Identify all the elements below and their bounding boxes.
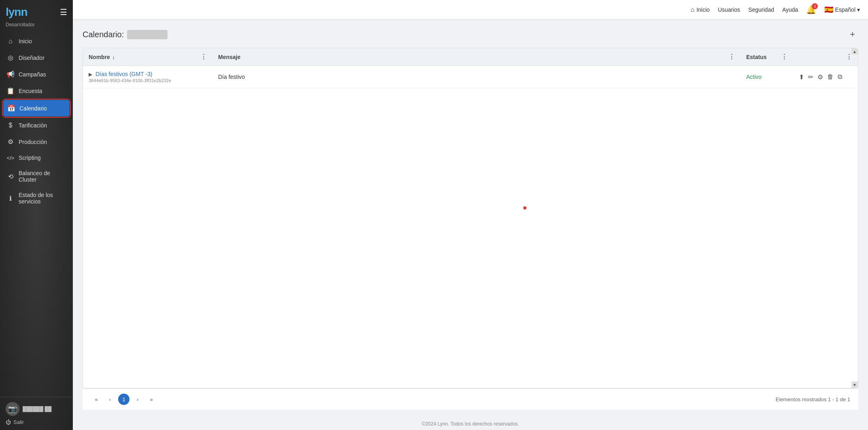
cell-mensaje: Día festivo bbox=[212, 66, 741, 88]
sidebar-item-label: Campañas bbox=[19, 71, 46, 78]
col-header-mensaje: Mensaje ⋮ bbox=[212, 48, 741, 66]
hamburger-button[interactable]: ☰ bbox=[60, 7, 67, 17]
topnav-security-label: Seguridad bbox=[748, 6, 774, 13]
add-button[interactable]: + bbox=[847, 28, 858, 41]
status-badge: Activo bbox=[746, 74, 762, 80]
col-nombre-label: Nombre bbox=[89, 54, 110, 60]
action-icons: ⬆ ✏ ⚙ 🗑 ⧉ bbox=[799, 73, 852, 81]
pagination: « ‹ 1 › » Elementos mostrados 1 - 1 de 1 bbox=[83, 388, 858, 410]
scrollbar-down-arrow[interactable]: ▼ bbox=[851, 381, 858, 388]
sidebar: lynn ☰ Desarrollador ⌂ Inicio ◎ Diseñado… bbox=[0, 0, 73, 430]
sidebar-item-campanas[interactable]: 📢 Campañas bbox=[0, 66, 73, 83]
sidebar-item-label: Balanceo de Cluster bbox=[19, 170, 66, 183]
sidebar-item-disenador[interactable]: ◎ Diseñador bbox=[0, 49, 73, 66]
topnav-users-label: Usuarios bbox=[718, 6, 740, 13]
settings-action-icon[interactable]: ⚙ bbox=[817, 73, 823, 81]
sidebar-user: 📷 ██████ ██ bbox=[6, 402, 67, 416]
sidebar-item-produccion[interactable]: ⚙ Producción bbox=[0, 133, 73, 150]
calendar-icon: 📅 bbox=[7, 104, 15, 112]
row-expand-icon[interactable]: ▶ bbox=[89, 72, 92, 77]
sidebar-item-encuesta[interactable]: 📋 Encuesta bbox=[0, 83, 73, 99]
col-estatus-menu-icon[interactable]: ⋮ bbox=[781, 53, 787, 61]
topnav-home[interactable]: ⌂ Inicio bbox=[691, 6, 710, 13]
sidebar-bottom: 📷 ██████ ██ ⏻ Salir bbox=[0, 397, 73, 430]
col-nombre-menu-icon[interactable]: ⋮ bbox=[200, 53, 207, 61]
sidebar-item-balanceo[interactable]: ⟲ Balanceo de Cluster bbox=[0, 165, 73, 187]
topnav: ⌂ Inicio Usuarios Seguridad Ayuda 🔔 1 🇪🇸… bbox=[73, 0, 868, 19]
notification-button[interactable]: 🔔 1 bbox=[806, 5, 816, 15]
entry-name[interactable]: Días festivos (GMT -3) bbox=[96, 71, 153, 77]
table-row: ▶ Días festivos (GMT -3) 3844e81b-9583-4… bbox=[83, 66, 858, 88]
sidebar-header: lynn ☰ bbox=[0, 0, 73, 22]
main-content: ⌂ Inicio Usuarios Seguridad Ayuda 🔔 1 🇪🇸… bbox=[73, 0, 868, 430]
logout-icon: ⏻ bbox=[6, 419, 11, 425]
language-selector[interactable]: 🇪🇸 Español ▾ bbox=[824, 5, 860, 14]
data-table: Nombre ↓ ⋮ Mensaje ⋮ bbox=[83, 48, 858, 88]
sidebar-nav: ⌂ Inicio ◎ Diseñador 📢 Campañas 📋 Encues… bbox=[0, 33, 73, 397]
content-area: Calendario: ███████ + ▲ Nombre ↓ ⋮ bbox=[73, 19, 868, 418]
topnav-help[interactable]: Ayuda bbox=[782, 6, 798, 13]
logout-label: Salir bbox=[13, 419, 24, 425]
sidebar-item-estado[interactable]: ℹ Estado de los servicios bbox=[0, 187, 73, 209]
edit-action-icon[interactable]: ✏ bbox=[808, 73, 813, 81]
pagination-info: Elementos mostrados 1 - 1 de 1 bbox=[776, 396, 850, 402]
pagination-last-button[interactable]: » bbox=[146, 394, 157, 405]
table-header-row: Nombre ↓ ⋮ Mensaje ⋮ bbox=[83, 48, 858, 66]
camera-icon: 📷 bbox=[8, 405, 17, 413]
footer: ©2024 Lynn. Todos los derechos reservado… bbox=[73, 418, 868, 430]
sidebar-username: ██████ ██ bbox=[23, 406, 51, 412]
footer-text: ©2024 Lynn. Todos los derechos reservado… bbox=[422, 421, 519, 427]
lang-arrow-icon: ▾ bbox=[857, 6, 860, 13]
delete-action-icon[interactable]: 🗑 bbox=[827, 73, 834, 80]
sidebar-item-scripting[interactable]: </> Scripting bbox=[0, 150, 73, 165]
col-mensaje-label: Mensaje bbox=[218, 54, 240, 60]
production-icon: ⚙ bbox=[6, 138, 15, 146]
sidebar-item-label: Tarificación bbox=[19, 122, 47, 129]
sidebar-item-label: Inicio bbox=[19, 38, 32, 44]
logout-button[interactable]: ⏻ Salir bbox=[6, 419, 67, 425]
avatar: 📷 bbox=[6, 402, 19, 416]
col-actions-menu-icon[interactable]: ⋮ bbox=[846, 53, 852, 61]
pagination-prev-button[interactable]: ‹ bbox=[104, 394, 116, 405]
sidebar-item-label: Estado de los servicios bbox=[19, 192, 66, 205]
sidebar-item-label: Producción bbox=[19, 139, 47, 145]
pagination-first-button[interactable]: « bbox=[91, 394, 102, 405]
col-header-nombre: Nombre ↓ ⋮ bbox=[83, 48, 212, 66]
cell-estatus: Activo bbox=[741, 66, 793, 88]
sidebar-item-calendario[interactable]: 📅 Calendario bbox=[3, 100, 70, 117]
topnav-security[interactable]: Seguridad bbox=[748, 6, 774, 13]
page-title-prefix: Calendario: bbox=[83, 30, 124, 39]
notification-badge: 1 bbox=[812, 3, 818, 9]
designer-icon: ◎ bbox=[6, 54, 15, 61]
home-icon: ⌂ bbox=[6, 38, 15, 45]
sidebar-logo: lynn bbox=[6, 6, 28, 18]
upload-action-icon[interactable]: ⬆ bbox=[799, 73, 804, 81]
pricing-icon: $ bbox=[6, 122, 15, 129]
sidebar-item-inicio[interactable]: ⌂ Inicio bbox=[0, 33, 73, 49]
entry-mensaje: Día festivo bbox=[218, 74, 245, 80]
col-mensaje-menu-icon[interactable]: ⋮ bbox=[728, 53, 735, 61]
col-header-estatus: Estatus ⋮ bbox=[741, 48, 793, 66]
page-header: Calendario: ███████ + bbox=[83, 28, 858, 41]
cluster-icon: ⟲ bbox=[6, 173, 15, 180]
topnav-help-label: Ayuda bbox=[782, 6, 798, 13]
sort-icon[interactable]: ↓ bbox=[112, 54, 115, 60]
cell-nombre: ▶ Días festivos (GMT -3) 3844e81b-9583-4… bbox=[83, 66, 212, 88]
topnav-users[interactable]: Usuarios bbox=[718, 6, 740, 13]
cell-actions: ⬆ ✏ ⚙ 🗑 ⧉ bbox=[793, 66, 858, 88]
lang-label: Español bbox=[835, 6, 855, 13]
copy-action-icon[interactable]: ⧉ bbox=[838, 73, 842, 80]
sidebar-subtitle: Desarrollador bbox=[0, 22, 73, 33]
col-estatus-label: Estatus bbox=[746, 54, 767, 60]
pagination-current-button[interactable]: 1 bbox=[118, 394, 129, 405]
campaigns-icon: 📢 bbox=[6, 70, 15, 78]
topnav-home-label: Inicio bbox=[696, 6, 710, 13]
page-title-blurred: ███████ bbox=[127, 30, 167, 39]
pagination-next-button[interactable]: › bbox=[132, 394, 143, 405]
sidebar-item-label: Encuesta bbox=[19, 88, 42, 94]
sidebar-item-label: Scripting bbox=[19, 155, 40, 161]
survey-icon: 📋 bbox=[6, 87, 15, 95]
sidebar-item-tarificacion[interactable]: $ Tarificación bbox=[0, 117, 73, 133]
page-title: Calendario: ███████ bbox=[83, 30, 168, 39]
scripting-icon: </> bbox=[6, 155, 15, 161]
